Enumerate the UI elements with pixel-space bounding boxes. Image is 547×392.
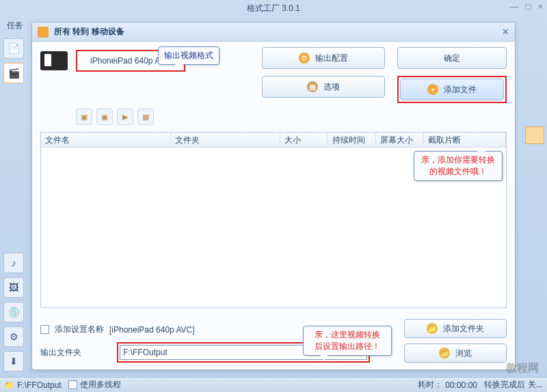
mini-btn-3[interactable]: ▶ [117, 109, 133, 125]
browse-icon: 📂 [439, 348, 450, 359]
output-config-button[interactable]: ⚙ 输出配置 [262, 47, 385, 69]
folder-icon: 📁 [4, 380, 14, 390]
callout-add-file: 亲，添加你需要转换 的视频文件哦！ [414, 151, 503, 181]
after-convert-label: 转换完成后 [484, 379, 525, 391]
status-output-path[interactable]: F:\FFOutput [17, 380, 62, 390]
convert-dialog: 所有 转到 移动设备 ✕ iPhoneiPad 640p AVC ⚙ 输出配置 … [31, 22, 516, 370]
ok-button[interactable]: 确定 [397, 47, 507, 69]
sidebar-item-audio[interactable]: ♪ [3, 253, 24, 273]
mini-btn-2[interactable]: ▣ [96, 109, 113, 125]
output-folder-value: F:\FFOutput [123, 348, 168, 357]
callout-output-path: 亲，这里视频转换 后设置输出路径！ [303, 326, 392, 356]
callout-output-format: 输出视频格式 [158, 46, 219, 65]
config-icon: ⚙ [299, 53, 310, 64]
mini-toolbar: ▣ ▣ ▶ ▦ [32, 109, 515, 129]
add-settings-label: 添加设置名称 [55, 324, 104, 335]
background-panel [525, 126, 544, 144]
col-filename[interactable]: 文件名 [41, 132, 171, 147]
video-icon: 🎬 [8, 68, 20, 79]
app-window: 格式工厂 3.0.1 — □ × 任务 📄 🎬 ♪ 🖼 💿 ⚙ ⬇ 所有 转到 … [0, 0, 547, 392]
audio-icon: ♪ [12, 257, 16, 268]
sidebar-item-rom[interactable]: 💿 [3, 302, 24, 322]
add-file-button[interactable]: + 添加文件 [400, 79, 504, 100]
multithread-label: 使用多线程 [80, 379, 121, 391]
options-button[interactable]: ▦ 选项 [262, 76, 385, 98]
picture-icon: 🖼 [9, 282, 18, 293]
add-settings-value: [iPhoneiPad 640p AVC] [109, 325, 195, 335]
gear-icon: ⚙ [10, 331, 18, 342]
add-file-highlight: + 添加文件 [397, 76, 507, 103]
sidebar-item-picture[interactable]: 🖼 [3, 277, 24, 298]
after-convert-value[interactable]: 关... [528, 379, 543, 391]
dialog-icon [38, 27, 49, 38]
status-bar: 📁 F:\FFOutput 使用多线程 耗时： 00:00:00 转换完成后 关… [0, 377, 547, 392]
disc-icon: 💿 [8, 307, 20, 318]
minimize-button[interactable]: — [510, 1, 519, 12]
app-title: 格式工厂 3.0.1 [247, 3, 300, 14]
output-folder-label: 输出文件夹 [40, 347, 109, 359]
titlebar: 格式工厂 3.0.1 — □ × [0, 0, 547, 16]
maximize-button[interactable]: □ [526, 1, 531, 12]
add-folder-button[interactable]: 📁 添加文件夹 [404, 319, 507, 338]
dialog-titlebar: 所有 转到 移动设备 ✕ [32, 23, 515, 42]
sidebar-item-download[interactable]: ⬇ [3, 351, 24, 372]
add-icon: + [427, 84, 438, 95]
download-icon: ⬇ [10, 356, 18, 367]
elapsed-label: 耗时： [418, 379, 442, 391]
mini-btn-1[interactable]: ▣ [76, 109, 92, 125]
elapsed-value: 00:00:00 [445, 380, 477, 390]
browse-button[interactable]: 📂 浏览 [404, 344, 507, 363]
main-sidebar: 📄 🎬 ♪ 🖼 💿 ⚙ ⬇ [0, 33, 27, 372]
col-screensize[interactable]: 屏幕大小 [376, 132, 424, 147]
dialog-title: 所有 转到 移动设备 [54, 26, 124, 38]
sidebar-item-video[interactable]: 🎬 [3, 63, 24, 83]
dialog-close-button[interactable]: ✕ [502, 27, 509, 37]
col-size[interactable]: 大小 [280, 132, 328, 147]
col-duration[interactable]: 持续时间 [328, 132, 376, 147]
mini-btn-4[interactable]: ▦ [137, 109, 154, 125]
device-icon [40, 51, 68, 70]
options-icon: ▦ [307, 81, 318, 92]
add-settings-checkbox[interactable] [40, 325, 49, 334]
document-icon: 📄 [8, 43, 20, 54]
folder-plus-icon: 📁 [427, 323, 438, 334]
sidebar-item-advanced[interactable]: ⚙ [3, 326, 24, 347]
multithread-checkbox[interactable] [68, 380, 77, 389]
col-folder[interactable]: 文件夹 [171, 132, 280, 147]
toolbar-tab[interactable]: 任务 [3, 18, 30, 33]
watermark: 教程网 [506, 361, 539, 376]
table-header: 文件名 文件夹 大小 持续时间 屏幕大小 截取片断 [41, 132, 506, 148]
sidebar-item-document[interactable]: 📄 [3, 38, 24, 59]
close-button[interactable]: × [537, 1, 543, 12]
col-clip[interactable]: 截取片断 [424, 132, 506, 147]
